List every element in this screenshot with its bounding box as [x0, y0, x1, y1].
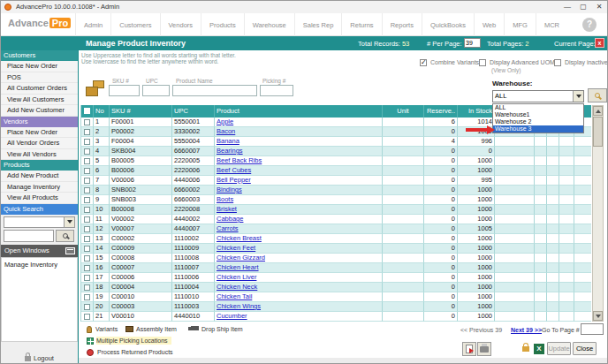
nav-item-customers[interactable]: Customers — [110, 13, 159, 36]
sidebar-item-add-new-product[interactable]: Add New Product — [1, 171, 78, 182]
product-name-search-input[interactable] — [172, 85, 257, 96]
quick-search-input[interactable] — [4, 230, 54, 242]
column-header-unit[interactable]: Unit — [383, 105, 424, 118]
logout-button[interactable]: Logout — [1, 354, 78, 362]
close-page-button[interactable]: x — [595, 38, 604, 48]
column-header-reserve[interactable]: Reserve.. — [424, 105, 458, 118]
product-link[interactable]: Cabbage — [217, 215, 243, 223]
row-checkbox[interactable] — [84, 275, 90, 281]
quick-search-button[interactable] — [56, 230, 74, 242]
close-window-icon[interactable]: ✕ — [591, 1, 607, 13]
product-link[interactable]: Beef Back Ribs — [217, 156, 262, 164]
scrollbar-thumb[interactable] — [593, 117, 603, 147]
product-link[interactable]: Bearings — [217, 147, 243, 155]
product-link[interactable]: Chicken Heart — [217, 263, 259, 271]
sidebar-item-place-new-order[interactable]: Place New Order — [1, 127, 78, 139]
nav-item-admin[interactable]: Admin — [75, 13, 110, 36]
warehouse-option-warehouse-3[interactable]: Warehouse 3 — [493, 125, 583, 133]
select-all-checkbox[interactable] — [84, 108, 90, 114]
product-link[interactable]: Cucumber — [217, 312, 247, 320]
update-button[interactable]: Update — [547, 342, 571, 355]
sidebar-item-pos[interactable]: POS — [1, 72, 78, 84]
product-link[interactable]: Bell Pepper — [217, 176, 251, 184]
row-checkbox[interactable] — [84, 284, 90, 291]
product-link[interactable]: Bindings — [217, 186, 242, 193]
product-link[interactable]: Chicken Wings — [217, 302, 261, 310]
picking-search-input[interactable] — [260, 85, 293, 96]
sidebar-item-all-customer-orders[interactable]: All Customer Orders — [1, 83, 78, 95]
warehouse-option-all[interactable]: ALL — [493, 104, 583, 111]
product-link[interactable]: Bacon — [217, 127, 235, 135]
scroll-down-icon[interactable] — [593, 311, 603, 321]
quick-search-type-select[interactable] — [4, 216, 75, 228]
row-checkbox[interactable] — [84, 168, 90, 174]
export-button[interactable] — [462, 342, 476, 356]
row-checkbox[interactable] — [84, 294, 90, 300]
per-page-input[interactable] — [464, 38, 481, 48]
column-header-sku[interactable]: SKU # — [110, 105, 172, 118]
nav-item-sales-rep[interactable]: Sales Rep — [294, 13, 342, 36]
product-link[interactable]: Chicken Liver — [217, 273, 256, 281]
help-icon[interactable]: ? — [582, 18, 597, 32]
chevron-down-icon[interactable] — [573, 91, 583, 102]
product-link[interactable]: Chicken Feet — [217, 244, 255, 252]
warehouse-option-warehouse-2[interactable]: Warehouse 2 — [493, 118, 583, 125]
row-checkbox[interactable] — [84, 216, 90, 223]
column-header-no[interactable]: No — [94, 105, 110, 118]
display-inactive-checkbox[interactable] — [554, 59, 561, 66]
print-button[interactable] — [477, 342, 491, 356]
row-checkbox[interactable] — [84, 236, 90, 242]
nav-item-mcr[interactable]: MCR — [536, 13, 567, 36]
maximize-icon[interactable]: ▢ — [575, 1, 591, 13]
nav-item-vendors[interactable]: Vendors — [160, 13, 201, 36]
nav-item-quickbooks[interactable]: QuickBooks — [422, 13, 474, 36]
row-checkbox[interactable] — [84, 314, 90, 320]
row-checkbox[interactable] — [84, 197, 90, 203]
lock-button[interactable] — [520, 342, 532, 356]
row-checkbox[interactable] — [84, 246, 90, 252]
product-link[interactable]: Boots — [217, 195, 233, 203]
next-page-link[interactable]: Next 39 >> — [511, 327, 542, 333]
upc-search-input[interactable] — [142, 85, 170, 96]
sidebar-item-view-all-vendors[interactable]: View All Vendors — [1, 149, 78, 161]
windows-list-icon[interactable] — [65, 247, 75, 254]
warehouse-select[interactable]: ALL — [492, 90, 584, 102]
sidebar-item-view-all-products[interactable]: View All Products — [1, 193, 78, 204]
nav-item-returns[interactable]: Returns — [341, 13, 381, 36]
product-link[interactable]: Chicken Gizzard — [217, 254, 265, 262]
nav-item-reports[interactable]: Reports — [382, 13, 422, 36]
chevron-down-icon[interactable] — [64, 217, 74, 227]
combine-variants-checkbox[interactable] — [420, 59, 427, 66]
scroll-up-icon[interactable] — [593, 106, 603, 116]
row-checkbox[interactable] — [84, 207, 90, 213]
row-checkbox[interactable] — [84, 178, 90, 184]
row-checkbox[interactable] — [84, 226, 90, 232]
table-scrollbar[interactable] — [592, 105, 604, 322]
column-header-in-stock[interactable]: In Stock — [458, 105, 495, 118]
sidebar-item-manage-inventory[interactable]: Manage Inventory — [1, 182, 78, 193]
row-checkbox[interactable] — [84, 148, 90, 155]
row-checkbox[interactable] — [84, 255, 90, 262]
sidebar-item-all-vendor-orders[interactable]: All Vendor Orders — [1, 138, 78, 149]
open-window-manage-inventory[interactable]: Manage Inventory — [2, 258, 77, 269]
product-link[interactable]: Chicken Neck — [217, 283, 257, 291]
nav-item-web[interactable]: Web — [474, 13, 504, 36]
row-checkbox[interactable] — [84, 187, 90, 193]
row-checkbox[interactable] — [84, 139, 90, 145]
nav-item-products[interactable]: Products — [201, 13, 244, 36]
row-checkbox[interactable] — [84, 265, 90, 271]
display-advanced-uom-checkbox[interactable] — [479, 59, 486, 66]
product-link[interactable]: Chicken Breast — [217, 234, 262, 242]
sidebar-item-view-all-customers[interactable]: View All Customers — [1, 95, 78, 106]
column-header-product[interactable]: Product — [215, 105, 383, 118]
product-link[interactable]: Banana — [217, 137, 239, 145]
product-link[interactable]: Apple — [217, 118, 233, 125]
minimize-icon[interactable]: — — [559, 1, 575, 13]
row-checkbox[interactable] — [84, 304, 90, 310]
warehouse-option-warehouse1[interactable]: Warehouse1 — [493, 111, 583, 118]
sidebar-item-place-new-order[interactable]: Place New Order — [1, 61, 78, 72]
sidebar-item-add-new-customer[interactable]: Add New Customer — [1, 105, 78, 117]
sku-search-input[interactable] — [109, 85, 140, 96]
goto-page-input[interactable] — [581, 323, 604, 335]
column-header-upc[interactable]: UPC — [172, 105, 215, 118]
